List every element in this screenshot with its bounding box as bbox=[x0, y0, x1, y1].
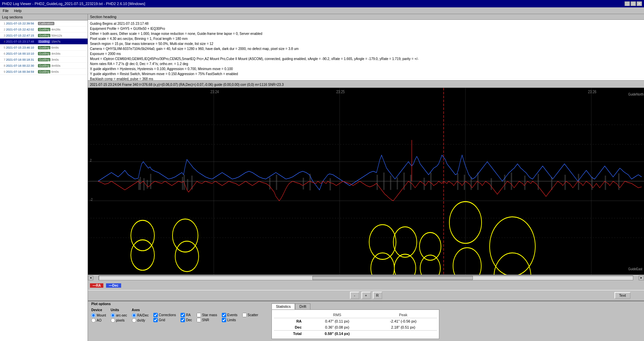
ra-checkbox[interactable] bbox=[181, 313, 185, 317]
log-num: 6 bbox=[1, 52, 6, 55]
ra-label: RA bbox=[186, 313, 191, 317]
tab-statistics[interactable]: Statistics bbox=[271, 303, 295, 309]
checkboxes-col1: Corrections Grid bbox=[153, 313, 176, 339]
stats-rms: 0.47" (0.11 px) bbox=[305, 318, 369, 325]
log-row[interactable]: 2 2021-07-15 22:42:02 Guiding 4m28s bbox=[0, 26, 88, 33]
checkboxes-col3: Star mass SNR bbox=[197, 313, 217, 339]
svg-rect-29 bbox=[303, 178, 304, 189]
svg-text:23:24: 23:24 bbox=[210, 89, 219, 94]
heading-line: Search region = 15 px, Star mass toleran… bbox=[90, 41, 642, 46]
scatter-checkbox[interactable] bbox=[242, 313, 247, 317]
log-row[interactable]: 4 2021-07-15 23:17:48 Guiding 15m7s bbox=[0, 39, 88, 45]
grid-checkbox[interactable] bbox=[153, 318, 158, 322]
snr-checkbox[interactable] bbox=[197, 318, 201, 322]
h-scrollbar[interactable] bbox=[99, 276, 633, 280]
svg-rect-20 bbox=[143, 178, 145, 190]
log-row[interactable]: 7 2021-07-16 00:18:31 Guiding 3m0s bbox=[0, 57, 88, 63]
events-label: Events bbox=[227, 313, 238, 317]
device-ao-label: AO bbox=[97, 319, 101, 322]
stats-table: RMS Peak RA 0.47" (0.11 px) -2.41" (-0.5… bbox=[274, 312, 437, 337]
device-mount-label: Mount bbox=[97, 314, 106, 317]
menu-file[interactable]: File bbox=[1, 8, 10, 13]
log-num: 4 bbox=[1, 40, 6, 43]
log-row[interactable]: 3 2021-07-15 22:47:15 Guiding 50m12s bbox=[0, 33, 88, 39]
limits-check-row: Limits bbox=[222, 318, 238, 322]
title-text: PHD2 Log Viewer - PHD2_GuideLog_2021-07-… bbox=[2, 2, 145, 6]
device-ao-radio[interactable] bbox=[91, 318, 96, 323]
scroll-left-arrow[interactable]: ◄ bbox=[88, 276, 93, 280]
h-scroll-thumb[interactable] bbox=[312, 276, 473, 280]
minimize-button[interactable]: _ bbox=[625, 1, 630, 6]
corrections-label: Corrections bbox=[159, 313, 176, 317]
log-time: 2021-07-16 00:34:59 bbox=[6, 70, 38, 73]
log-num: 8 bbox=[1, 64, 6, 67]
log-sections-list[interactable]: 1 2021-07-15 22:39:56 Calibration 2 2021… bbox=[0, 20, 88, 341]
heading-line: Y guide algorithm = Resist Switch, Minim… bbox=[90, 71, 642, 76]
svg-rect-34 bbox=[390, 176, 391, 190]
units-arcsec-label: arc-sec bbox=[116, 314, 127, 317]
svg-rect-25 bbox=[187, 179, 188, 190]
zoom-out-button[interactable]: - bbox=[350, 292, 359, 299]
title-bar: PHD2 Log Viewer - PHD2_GuideLog_2021-07-… bbox=[0, 0, 644, 7]
tab-drift[interactable]: Drift bbox=[295, 303, 310, 309]
grid-check-row: Grid bbox=[153, 318, 176, 322]
svg-rect-28 bbox=[276, 175, 277, 190]
dec-label: Dec bbox=[186, 318, 192, 322]
status-bar: 2021-07-15 23:24:04 Frame 340 t=376.68 (… bbox=[88, 81, 644, 88]
axes-radec-radio[interactable] bbox=[132, 313, 136, 318]
menu-help[interactable]: Help bbox=[13, 8, 23, 13]
reset-button[interactable]: R bbox=[373, 292, 382, 299]
stats-table-container: RMS Peak RA 0.47" (0.11 px) -2.41" (-0.5… bbox=[271, 309, 439, 339]
stats-label: RA bbox=[274, 318, 305, 325]
stats-panel: Statistics Drift RMS Peak bbox=[271, 303, 439, 339]
limits-checkbox[interactable] bbox=[222, 318, 226, 322]
col-rms-header: RMS bbox=[305, 312, 369, 318]
dec-checkbox[interactable] bbox=[181, 318, 185, 322]
checkboxes-col4: Events Limits bbox=[222, 313, 238, 339]
log-row[interactable]: 1 2021-07-15 22:39:56 Calibration bbox=[0, 20, 88, 26]
device-mount-radio[interactable] bbox=[91, 313, 96, 318]
limits-label: Limits bbox=[227, 318, 236, 322]
log-row[interactable]: 5 2021-07-15 23:46:10 Guiding 6m9s bbox=[0, 45, 88, 51]
log-time: 2021-07-16 00:18:31 bbox=[6, 58, 38, 61]
svg-text:23:25: 23:25 bbox=[336, 89, 345, 94]
text-button[interactable]: Text bbox=[614, 292, 631, 299]
log-row[interactable]: 6 2021-07-16 00:10:10 Guiding 4m34s bbox=[0, 51, 88, 57]
stats-row: RA 0.47" (0.11 px) -2.41" (-0.56 px) bbox=[274, 318, 437, 325]
axes-dxdy-radio[interactable] bbox=[132, 318, 136, 323]
svg-rect-22 bbox=[150, 174, 151, 189]
corrections-checkbox[interactable] bbox=[153, 313, 158, 317]
heading-line: Equipment Profile = GHY5 + GUI9x50 + IEQ… bbox=[90, 26, 642, 31]
log-row[interactable]: 8 2021-07-16 00:22:30 Guiding 4m50s bbox=[0, 63, 88, 69]
scroll-right-arrow[interactable]: ► bbox=[639, 276, 644, 280]
device-label: Device bbox=[91, 308, 106, 312]
svg-rect-32 bbox=[377, 175, 378, 190]
status-text: 2021-07-15 23:24:04 Frame 340 t=376.68 (… bbox=[90, 83, 284, 87]
maximize-button[interactable]: □ bbox=[631, 1, 636, 6]
log-row[interactable]: 9 2021-07-16 00:34:59 Guiding 6m0s bbox=[0, 69, 88, 75]
log-duration: 15m7s bbox=[51, 40, 60, 43]
title-bar-buttons: _ □ ✕ bbox=[625, 1, 642, 6]
dec-check-row: Dec bbox=[181, 318, 192, 322]
svg-rect-45 bbox=[504, 175, 505, 190]
device-ao-row: AO bbox=[91, 318, 106, 323]
zoom-in-button[interactable]: + bbox=[361, 292, 371, 299]
starmass-label: Star mass bbox=[202, 313, 217, 317]
log-type: Guiding bbox=[38, 52, 50, 55]
ra-check-row: RA bbox=[181, 313, 192, 317]
events-check-row: Events bbox=[222, 313, 238, 317]
starmass-checkbox[interactable] bbox=[197, 313, 201, 317]
legend-dec: —Dec bbox=[106, 283, 121, 288]
log-time: 2021-07-15 22:42:02 bbox=[6, 28, 38, 31]
stats-peak: 2.18" (0.51 px) bbox=[369, 324, 437, 331]
stats-rms: 0.59" (0.14 px) bbox=[305, 331, 369, 337]
units-pixels-radio[interactable] bbox=[111, 318, 115, 323]
svg-text:23:26: 23:26 bbox=[588, 89, 596, 94]
close-button[interactable]: ✕ bbox=[637, 1, 642, 6]
svg-rect-42 bbox=[470, 177, 472, 190]
log-time: 2021-07-15 22:39:56 bbox=[6, 22, 38, 25]
units-arcsec-radio[interactable] bbox=[111, 313, 115, 318]
stats-row: Total 0.59" (0.14 px) bbox=[274, 331, 437, 337]
log-duration: 4m34s bbox=[51, 52, 60, 55]
events-checkbox[interactable] bbox=[222, 313, 226, 317]
